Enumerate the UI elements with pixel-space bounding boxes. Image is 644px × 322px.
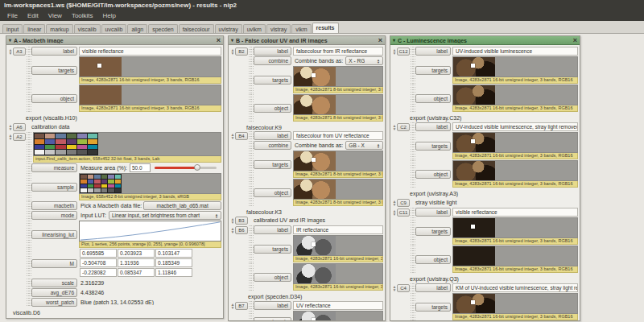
close-icon[interactable]: × bbox=[573, 37, 577, 44]
node-class-falsecolour-k3[interactable]: falsecolour.K3 bbox=[230, 208, 383, 216]
tab-uvlkm[interactable]: uvlkm bbox=[243, 24, 266, 33]
menu-help[interactable]: Help bbox=[98, 10, 121, 21]
tag-object[interactable]: object bbox=[415, 170, 451, 179]
tab-specden[interactable]: specden bbox=[148, 24, 177, 33]
image-display[interactable]: Image, 4283x2871 8-bit unsigned integer,… bbox=[293, 66, 383, 93]
tag-linearising-lut[interactable]: linearising_lut bbox=[31, 230, 77, 239]
section-text[interactable]: calibrated UV and IR images bbox=[249, 216, 383, 224]
sort-handle-icon[interactable]: ▲▼ bbox=[392, 208, 397, 274]
close-icon[interactable]: × bbox=[217, 37, 221, 44]
node-id-b6[interactable]: B6 bbox=[235, 226, 248, 234]
node-id-c11[interactable]: C11 bbox=[397, 208, 410, 217]
close-icon[interactable]: × bbox=[378, 37, 382, 44]
node-id-a3[interactable]: A3 bbox=[13, 47, 26, 56]
label-entry[interactable]: visible reflectance bbox=[79, 47, 221, 56]
measure-value-input[interactable]: 50.0 bbox=[130, 163, 151, 172]
luminescence-thumbnail[interactable] bbox=[453, 85, 495, 105]
matrix-cell[interactable]: -0.228082 bbox=[80, 268, 117, 277]
column-collapse-icon[interactable]: ▾ bbox=[231, 38, 233, 43]
stray-light-thumbnail[interactable] bbox=[453, 218, 495, 237]
image-display[interactable]: Image, 4283x2871 8-bit unsigned integer,… bbox=[293, 94, 383, 122]
image-display[interactable]: Image, 4283x2871 16-bit unsigned integer… bbox=[293, 263, 383, 291]
tag-targets[interactable]: targets bbox=[31, 66, 77, 75]
tab-results[interactable]: results bbox=[312, 23, 339, 33]
luminescence-thumbnail[interactable] bbox=[453, 57, 495, 76]
tag-label[interactable]: label bbox=[415, 283, 451, 292]
label-entry[interactable]: UV-induced visible luminescence, stray l… bbox=[452, 122, 578, 131]
node-id-a2[interactable]: A2 bbox=[13, 133, 26, 141]
label-entry[interactable]: UV-induced visible luminescence bbox=[452, 47, 578, 56]
image-display[interactable]: Image, 4283x2871 8-bit unsigned integer,… bbox=[293, 151, 383, 178]
image-display[interactable]: Image, 4283x2871 16-bit unsigned integer… bbox=[452, 246, 578, 273]
tag-combine[interactable]: combine bbox=[254, 141, 291, 150]
column-c-header[interactable]: ▾ C - Luminescence images × bbox=[390, 36, 580, 45]
label-entry[interactable]: falsecolour from IR reflectance bbox=[293, 47, 383, 56]
node-id-b4[interactable]: B4 bbox=[235, 132, 248, 140]
tag-object[interactable]: object bbox=[254, 273, 291, 282]
measure-slider[interactable] bbox=[155, 167, 217, 169]
tag-object[interactable]: object bbox=[415, 255, 451, 264]
macbeth-sample-thumbnail[interactable] bbox=[80, 174, 122, 193]
tag-label[interactable]: label bbox=[254, 131, 291, 140]
tag-targets[interactable]: targets bbox=[415, 303, 451, 312]
matrix-cell[interactable]: 1.31936 bbox=[118, 258, 155, 267]
node-id-b2[interactable]: B2 bbox=[235, 47, 248, 56]
menu-toolkits[interactable]: Toolkits bbox=[67, 10, 98, 21]
painting-thumbnail[interactable] bbox=[80, 85, 122, 105]
combine-bands-select[interactable]: X - RG ▲▼ bbox=[345, 56, 383, 65]
matrix-cell[interactable]: 0.185349 bbox=[155, 258, 192, 267]
sort-handle-icon[interactable]: ▲▼ bbox=[392, 122, 397, 188]
drag-handle-icon[interactable] bbox=[27, 132, 31, 163]
section-text[interactable]: stray visible light bbox=[411, 198, 578, 206]
export-uvlstray-q3[interactable]: export (uvlstray.Q3) bbox=[392, 275, 578, 283]
sort-handle-icon[interactable]: ▲▼ bbox=[230, 131, 235, 207]
menu-view[interactable]: View bbox=[43, 10, 67, 21]
menu-file[interactable]: File bbox=[2, 10, 23, 21]
image-display[interactable]: Image, 4283x2871 16-bit unsigned integer… bbox=[452, 132, 578, 159]
tag-mode[interactable]: mode bbox=[31, 211, 77, 220]
tag-label[interactable]: label bbox=[254, 47, 291, 56]
tab-viscalib[interactable]: viscalib bbox=[74, 24, 101, 33]
image-display[interactable]: Image, 4283x2871 8-bit unsigned integer,… bbox=[293, 179, 383, 206]
matrix-cell[interactable]: 0.103147 bbox=[155, 249, 192, 258]
tag-measure[interactable]: measure bbox=[31, 163, 77, 172]
image-display[interactable]: Image, 4283x2871 16-bit unsigned integer… bbox=[452, 56, 578, 84]
image-display[interactable]: Image, 4283x2871 16-bit unsigned integer… bbox=[452, 160, 578, 188]
label-entry[interactable]: IR reflectance bbox=[293, 225, 383, 234]
falsecolour-thumbnail[interactable] bbox=[294, 67, 336, 86]
tab-vlkm[interactable]: vlkm bbox=[291, 24, 311, 33]
tag-label[interactable]: label bbox=[254, 225, 291, 234]
tag-targets[interactable]: targets bbox=[415, 142, 451, 151]
tag-object[interactable]: object bbox=[254, 188, 291, 197]
stray-light-thumbnail[interactable] bbox=[453, 246, 495, 266]
column-b-header[interactable]: ▾ B - False colour UV and IR images × bbox=[229, 36, 385, 45]
label-entry[interactable]: KM of UV-induced visible luminescence, s… bbox=[452, 283, 578, 292]
image-display[interactable]: Image, 4283x2871 16-bit unsigned integer… bbox=[452, 293, 578, 320]
export-uvlstray-c32[interactable]: export (uvlstray.C32) bbox=[392, 114, 578, 122]
macbeth-file-button[interactable]: macbeth_lab_d65.mat bbox=[143, 201, 221, 210]
uv-thumbnail[interactable] bbox=[294, 312, 336, 321]
tag-targets[interactable]: targets bbox=[254, 76, 291, 85]
section-text[interactable]: calibration data bbox=[27, 122, 221, 130]
tag-object[interactable]: object bbox=[31, 94, 77, 103]
tag-macbeth[interactable]: macbeth bbox=[31, 201, 77, 210]
painting-thumbnail[interactable] bbox=[80, 57, 122, 76]
node-id-c9[interactable]: C9 bbox=[397, 199, 410, 207]
tag-targets[interactable]: targets bbox=[254, 160, 291, 169]
node-id-a6[interactable]: A6 bbox=[13, 123, 26, 131]
lut-plot[interactable]: Plot, 1 series, 256 points, xrange [0, 2… bbox=[79, 221, 221, 248]
menu-edit[interactable]: Edit bbox=[23, 10, 43, 21]
label-entry[interactable]: falsecolour from UV reflectance bbox=[293, 131, 383, 140]
matrix-cell[interactable]: 0.203923 bbox=[118, 249, 155, 258]
image-display[interactable]: Image, 4283x2871 16-bit unsigned integer… bbox=[452, 217, 578, 245]
macbeth-chart-thumbnail[interactable] bbox=[34, 133, 98, 155]
tag-worst-patch[interactable]: worst_patch bbox=[31, 298, 77, 307]
label-entry[interactable]: UV reflectance bbox=[293, 301, 383, 310]
tag-label[interactable]: label bbox=[415, 208, 451, 217]
tag-targets[interactable]: targets bbox=[415, 227, 451, 236]
tab-markup[interactable]: markup bbox=[46, 24, 72, 33]
tag-combine[interactable]: combine bbox=[254, 56, 291, 65]
export-uvlstray-a3[interactable]: export (uvlstray.A3) bbox=[392, 189, 578, 198]
tag-object[interactable]: object bbox=[254, 104, 291, 113]
export-specden-d34[interactable]: export (specden.D34) bbox=[230, 292, 383, 301]
